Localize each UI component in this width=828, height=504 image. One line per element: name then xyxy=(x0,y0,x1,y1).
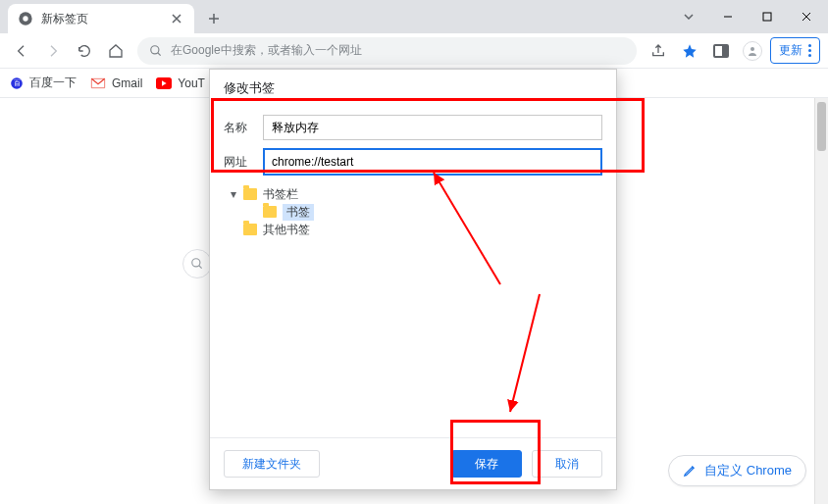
svg-point-3 xyxy=(151,45,159,53)
search-icon xyxy=(149,44,163,58)
tree-root-label: 书签栏 xyxy=(263,186,298,203)
bookmark-item-youtube[interactable]: YouT xyxy=(156,76,205,90)
svg-point-8 xyxy=(192,259,200,267)
dropdown-icon[interactable] xyxy=(671,3,706,30)
bookmark-star-icon[interactable] xyxy=(676,37,703,65)
url-label: 网址 xyxy=(224,154,253,171)
profile-button[interactable] xyxy=(739,37,766,65)
bookmark-item-gmail[interactable]: Gmail xyxy=(90,76,142,90)
svg-point-1 xyxy=(23,16,27,21)
update-label: 更新 xyxy=(779,42,802,59)
folder-icon xyxy=(263,206,277,218)
omnibox-placeholder: 在Google中搜索，或者输入一个网址 xyxy=(171,42,362,59)
cancel-button[interactable]: 取消 xyxy=(532,450,602,478)
gmail-icon xyxy=(90,77,106,89)
dialog-title: 修改书签 xyxy=(210,70,616,107)
bookmark-label: YouT xyxy=(178,76,205,90)
save-button[interactable]: 保存 xyxy=(451,450,522,478)
url-input[interactable] xyxy=(263,148,602,176)
new-folder-button[interactable]: 新建文件夹 xyxy=(224,450,320,478)
customize-chrome-button[interactable]: 自定义 Chrome xyxy=(668,455,806,486)
chrome-favicon xyxy=(18,11,33,26)
tree-selected-row[interactable]: 书签 xyxy=(224,203,602,221)
cancel-label: 取消 xyxy=(555,456,579,473)
minimize-button[interactable] xyxy=(710,3,746,30)
pencil-icon xyxy=(683,464,697,478)
collapse-icon[interactable]: ▾ xyxy=(228,187,239,201)
tree-other-row[interactable]: 其他书签 xyxy=(224,221,602,238)
reload-button[interactable] xyxy=(71,37,98,65)
share-icon[interactable] xyxy=(645,37,672,65)
customize-label: 自定义 Chrome xyxy=(704,462,792,479)
close-window-button[interactable] xyxy=(789,3,824,30)
youtube-icon xyxy=(156,77,172,89)
bookmark-label: Gmail xyxy=(112,76,142,90)
baidu-icon: 百 xyxy=(10,76,24,90)
tree-other-label: 其他书签 xyxy=(263,222,310,238)
browser-tab[interactable]: 新标签页 xyxy=(8,4,194,33)
name-row: 名称 xyxy=(224,115,602,140)
toolbar: 在Google中搜索，或者输入一个网址 更新 xyxy=(0,33,828,69)
maximize-button[interactable] xyxy=(750,3,785,30)
url-row: 网址 xyxy=(224,148,602,176)
svg-text:百: 百 xyxy=(14,79,21,86)
bookmark-label: 百度一下 xyxy=(29,75,77,91)
new-tab-button[interactable] xyxy=(200,5,228,32)
omnibox[interactable]: 在Google中搜索，或者输入一个网址 xyxy=(137,37,637,65)
save-label: 保存 xyxy=(475,456,498,473)
name-input[interactable] xyxy=(263,115,602,140)
vertical-scrollbar[interactable] xyxy=(814,98,828,504)
tree-selected-label: 书签 xyxy=(283,204,314,221)
tab-title: 新标签页 xyxy=(41,11,161,27)
tab-strip: 新标签页 xyxy=(0,0,828,33)
ntp-search-fragment xyxy=(182,249,212,278)
edit-bookmark-dialog: 修改书签 名称 网址 ▾ 书签栏 书签 其他书签 xyxy=(209,69,617,490)
close-tab-icon[interactable] xyxy=(169,11,184,26)
new-folder-label: 新建文件夹 xyxy=(242,456,301,473)
update-button[interactable]: 更新 xyxy=(770,37,820,64)
back-button[interactable] xyxy=(8,37,35,65)
dialog-body: 名称 网址 ▾ 书签栏 书签 其他书签 xyxy=(210,107,616,437)
name-label: 名称 xyxy=(224,120,253,136)
folder-icon xyxy=(243,224,257,235)
dialog-footer: 新建文件夹 保存 取消 xyxy=(210,437,616,489)
svg-rect-2 xyxy=(763,13,771,21)
folder-tree: ▾ 书签栏 书签 其他书签 xyxy=(224,185,602,238)
forward-button[interactable] xyxy=(39,37,67,65)
folder-icon xyxy=(243,188,257,200)
side-panel-button[interactable] xyxy=(707,37,735,65)
window-controls xyxy=(671,0,824,33)
svg-point-4 xyxy=(750,47,754,51)
tree-root-row[interactable]: ▾ 书签栏 xyxy=(224,185,602,203)
home-button[interactable] xyxy=(102,37,129,65)
menu-dots-icon xyxy=(808,44,811,57)
scrollbar-thumb[interactable] xyxy=(817,102,826,151)
bookmark-item-baidu[interactable]: 百 百度一下 xyxy=(10,75,77,91)
